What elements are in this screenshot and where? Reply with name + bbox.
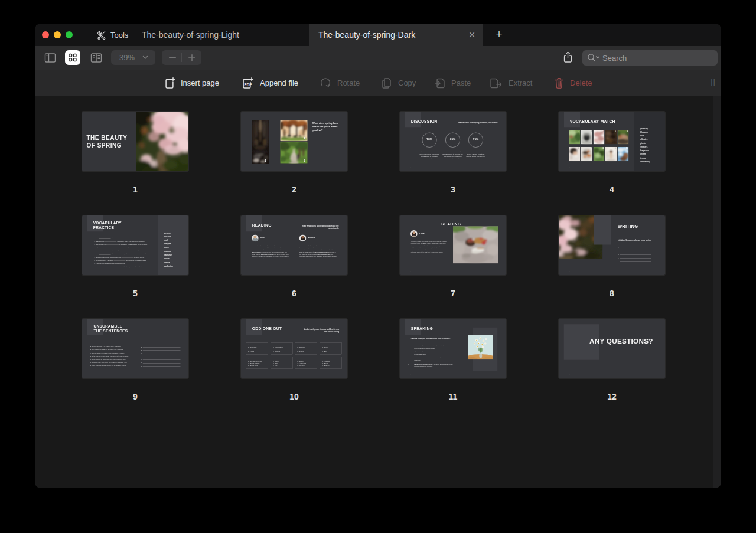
svg-text:10: 10 <box>626 147 628 149</box>
svg-text:PDF: PDF <box>245 83 252 87</box>
